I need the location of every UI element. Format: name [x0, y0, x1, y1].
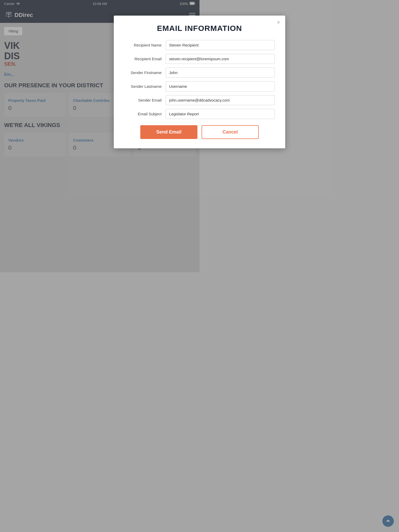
recipient-email-label: Recipient Email	[124, 57, 166, 61]
form-row-sender-email: Sender Email	[124, 95, 200, 105]
recipient-name-label: Recipient Name	[124, 43, 166, 47]
sender-firstname-label: Sender Firstname	[124, 70, 166, 75]
form-row-recipient-email: Recipient Email	[124, 54, 200, 64]
form-row-email-subject: Email Subject	[124, 109, 200, 119]
email-subject-input[interactable]	[166, 109, 200, 119]
form-row-sender-firstname: Sender Firstname	[124, 68, 200, 78]
modal-title: EMAIL INFORMATION	[124, 24, 200, 33]
form-row-sender-lastname: Sender Lastname	[124, 81, 200, 91]
modal-buttons: Send Email Cancel	[124, 125, 200, 139]
sender-email-label: Sender Email	[124, 98, 166, 102]
recipient-name-input[interactable]	[166, 40, 200, 50]
sender-firstname-input[interactable]	[166, 68, 200, 78]
sender-lastname-input[interactable]	[166, 81, 200, 91]
email-subject-label: Email Subject	[124, 112, 166, 116]
recipient-email-input[interactable]	[166, 54, 200, 64]
modal-overlay: × EMAIL INFORMATION Recipient Name Recip…	[0, 0, 200, 272]
email-info-modal: × EMAIL INFORMATION Recipient Name Recip…	[114, 16, 200, 148]
sender-lastname-label: Sender Lastname	[124, 84, 166, 89]
send-email-button[interactable]: Send Email	[140, 125, 197, 139]
form-row-recipient-name: Recipient Name	[124, 40, 200, 50]
sender-email-input[interactable]	[166, 95, 200, 105]
